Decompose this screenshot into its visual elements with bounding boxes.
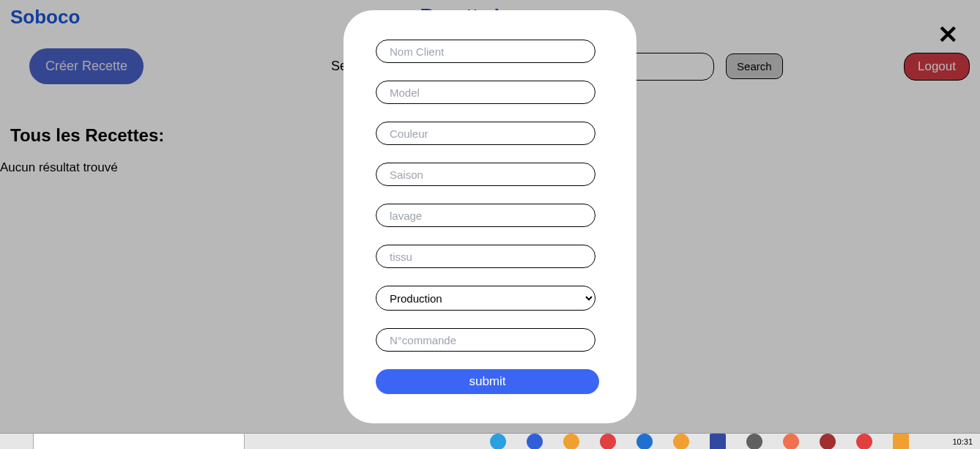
app-icon[interactable] bbox=[527, 434, 543, 450]
app-icon[interactable] bbox=[893, 434, 909, 450]
app-icon[interactable] bbox=[820, 434, 836, 450]
model-field[interactable] bbox=[376, 81, 595, 104]
taskbar-icons bbox=[490, 434, 909, 450]
app-icon[interactable] bbox=[673, 434, 689, 450]
taskbar-clock: 10:31 bbox=[952, 437, 980, 446]
production-select[interactable]: Production bbox=[376, 286, 595, 311]
taskbar: 10:31 bbox=[0, 433, 980, 449]
create-modal: Production submit bbox=[344, 10, 636, 423]
app-icon[interactable] bbox=[636, 434, 653, 450]
app-icon[interactable] bbox=[600, 434, 616, 450]
tissu-field[interactable] bbox=[376, 245, 595, 268]
app-icon[interactable] bbox=[490, 434, 506, 450]
app-icon[interactable] bbox=[856, 434, 872, 450]
lavage-field[interactable] bbox=[376, 204, 595, 227]
app-icon[interactable] bbox=[710, 434, 726, 450]
close-icon[interactable]: ✕ bbox=[938, 22, 958, 47]
nom-client-field[interactable] bbox=[376, 40, 595, 63]
app-icon[interactable] bbox=[746, 434, 762, 450]
saison-field[interactable] bbox=[376, 163, 595, 186]
couleur-field[interactable] bbox=[376, 122, 595, 145]
app-icon[interactable] bbox=[783, 434, 799, 450]
submit-button[interactable]: submit bbox=[376, 369, 599, 394]
ncommande-field[interactable] bbox=[376, 328, 595, 352]
app-icon[interactable] bbox=[563, 434, 579, 450]
